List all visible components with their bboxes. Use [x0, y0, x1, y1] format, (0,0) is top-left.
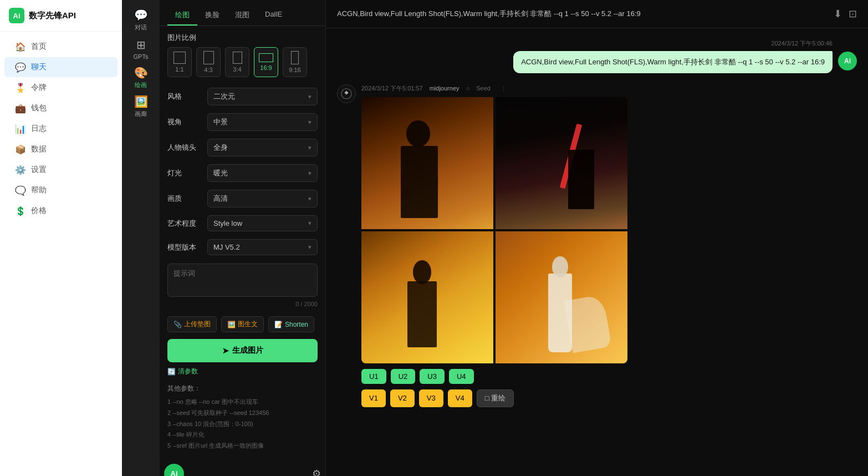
sidebar-item-label-home: 首页	[31, 42, 47, 52]
download-icon[interactable]: ⬇	[834, 8, 842, 20]
gen-text-button[interactable]: 🖼️ 图生文	[221, 316, 264, 332]
u1-button[interactable]: U1	[361, 369, 386, 384]
u2-button[interactable]: U2	[391, 369, 416, 384]
tab-draw[interactable]: 绘图	[167, 6, 197, 26]
tips-item: 2 --seed 可先获取种子 --seed 123456	[167, 408, 318, 419]
v2-button[interactable]: V2	[390, 389, 415, 407]
bottom-user-area: Ai ⚙	[160, 457, 325, 476]
view-select[interactable]: 中景 ▾	[207, 113, 318, 131]
art-chevron-icon: ▾	[308, 220, 312, 227]
style-select[interactable]: 二次元 ▾	[207, 88, 318, 105]
sidebar-item-chat[interactable]: 💬聊天	[4, 57, 118, 77]
sidebar-item-label-data: 数据	[31, 144, 47, 154]
icon-strip-draw[interactable]: 🎨绘画	[126, 63, 155, 92]
chat-header-prompt: ACGN,Bird view,Full Length Shot(FLS),War…	[337, 9, 834, 19]
sidebar-item-settings[interactable]: ⚙️设置	[4, 160, 118, 180]
app-title: 数字先锋API	[29, 11, 76, 21]
image-cell-2	[496, 97, 627, 229]
sidebar-item-help[interactable]: 🗨️帮助	[4, 180, 118, 200]
tab-mix[interactable]: 混图	[227, 6, 257, 26]
logo-area: Ai 数字先锋API	[0, 0, 122, 32]
draw-strip-label: 绘画	[135, 81, 147, 89]
shorten-button[interactable]: 📝 Shorten	[268, 316, 314, 332]
icon-strip-chat[interactable]: 💬对话	[126, 6, 155, 34]
art-value: Style low	[213, 219, 242, 227]
style-label: 风格	[167, 92, 202, 102]
quality-select[interactable]: 高清 ▾	[207, 190, 318, 207]
light-chevron-icon: ▾	[308, 170, 312, 177]
tips-item: 4 --tile 碎片化	[167, 429, 318, 440]
quality-chevron-icon: ▾	[308, 195, 312, 202]
tips-item: 5 --sref 图片url 生成风格一致的图像	[167, 440, 318, 452]
bot-time: 2024/3/12 下午5:01:57	[361, 84, 423, 93]
tab-face[interactable]: 换脸	[197, 6, 227, 26]
icon-strip-gpts[interactable]: ⊞GPTs	[126, 34, 155, 63]
light-row: 灯光 暖光 ▾	[160, 160, 325, 186]
expand-icon[interactable]: ⊡	[849, 8, 857, 20]
tab-dalle[interactable]: DallE	[257, 6, 290, 26]
character-select[interactable]: 全身 ▾	[207, 139, 318, 156]
seed-label: Seed	[476, 85, 491, 92]
style-chevron-icon: ▾	[308, 93, 312, 100]
light-label: 灯光	[167, 168, 202, 178]
light-select[interactable]: 暖光 ▾	[207, 164, 318, 182]
ratio-shape-169	[259, 53, 273, 62]
quality-value: 高清	[213, 194, 228, 204]
sidebar-item-log[interactable]: 📊日志	[4, 119, 118, 139]
ratio-btn-169[interactable]: 16:9	[254, 47, 278, 77]
more-options-icon[interactable]: ⋮	[501, 85, 507, 92]
quality-label: 画质	[167, 194, 202, 204]
ratio-shape-11	[173, 52, 186, 64]
price-nav-icon: 💲	[16, 206, 25, 216]
image-placeholder-2	[496, 97, 627, 229]
ratio-btn-916[interactable]: 9:16	[283, 47, 307, 77]
image-cell-4	[496, 231, 627, 363]
ratio-btn-43[interactable]: 4:3	[196, 47, 221, 77]
u4-button[interactable]: U4	[449, 369, 474, 384]
sidebar-item-home[interactable]: 🏠首页	[4, 37, 118, 57]
sidebar-item-wallet[interactable]: 💼钱包	[4, 98, 118, 118]
token-nav-icon: 🎖️	[16, 83, 25, 93]
bot-message-content: 2024/3/12 下午5:01:57 midjourney ○ Seed ⋮	[361, 84, 857, 407]
shorten-icon: 📝	[274, 321, 283, 328]
bot-platform: midjourney	[430, 85, 459, 92]
ratio-btn-34[interactable]: 3:4	[225, 47, 249, 77]
model-select[interactable]: MJ V5.2 ▾	[207, 239, 318, 255]
user-message-time: 2024/3/12 下午5:00:46	[513, 39, 833, 48]
wallet-nav-icon: 💼	[16, 103, 25, 113]
ratio-btn-11[interactable]: 1:1	[167, 47, 192, 77]
u3-button[interactable]: U3	[420, 369, 445, 384]
icon-strip-album[interactable]: 🖼️画廊	[126, 92, 155, 121]
redraw-button[interactable]: □ 重绘	[477, 389, 514, 407]
sidebar-item-label-wallet: 钱包	[31, 103, 47, 113]
sidebar-item-token[interactable]: 🎖️令牌	[4, 78, 118, 98]
generate-button[interactable]: ➤ 生成图片	[167, 339, 318, 362]
light-value: 暖光	[213, 168, 228, 178]
gen-text-icon: 🖼️	[227, 321, 236, 328]
prompt-input[interactable]	[167, 264, 318, 297]
tips-title: 其他参数：	[167, 384, 318, 393]
settings-gear-icon[interactable]: ⚙	[312, 468, 321, 476]
tips-item: 1 --no 忽略 --no car 图中不出现车	[167, 397, 318, 408]
character-label: 人物镜头	[167, 143, 202, 153]
v4-button[interactable]: V4	[448, 389, 472, 407]
upload-button[interactable]: 📎 上传垫图	[167, 316, 217, 332]
view-row: 视角 中景 ▾	[160, 109, 325, 135]
sidebar-item-label-settings: 设置	[31, 165, 47, 175]
settings-panel: 绘图换脸混图DallE 图片比例 1:1 4:3 3:4 16:9 9:16 风…	[160, 0, 326, 476]
art-select[interactable]: Style low ▾	[207, 215, 318, 231]
model-row: 模型版本 MJ V5.2 ▾	[160, 235, 325, 259]
user-avatar-small: Ai	[838, 52, 857, 70]
sidebar-item-price[interactable]: 💲价格	[4, 201, 118, 221]
sidebar-item-data[interactable]: 📦数据	[4, 139, 118, 159]
chat-strip-label: 对话	[135, 23, 147, 32]
clear-button[interactable]: 🔄 清参数	[160, 364, 206, 378]
chat-nav-icon: 💬	[16, 62, 25, 72]
v-buttons-row: V1 V2 V3 V4 □ 重绘	[361, 389, 857, 407]
view-chevron-icon: ▾	[308, 119, 312, 126]
action-buttons: 📎 上传垫图 🖼️ 图生文 📝 Shorten	[160, 312, 325, 337]
log-nav-icon: 📊	[16, 124, 25, 134]
u-buttons-row: U1 U2 U3 U4	[361, 369, 857, 384]
v1-button[interactable]: V1	[361, 389, 386, 407]
v3-button[interactable]: V3	[419, 389, 443, 407]
